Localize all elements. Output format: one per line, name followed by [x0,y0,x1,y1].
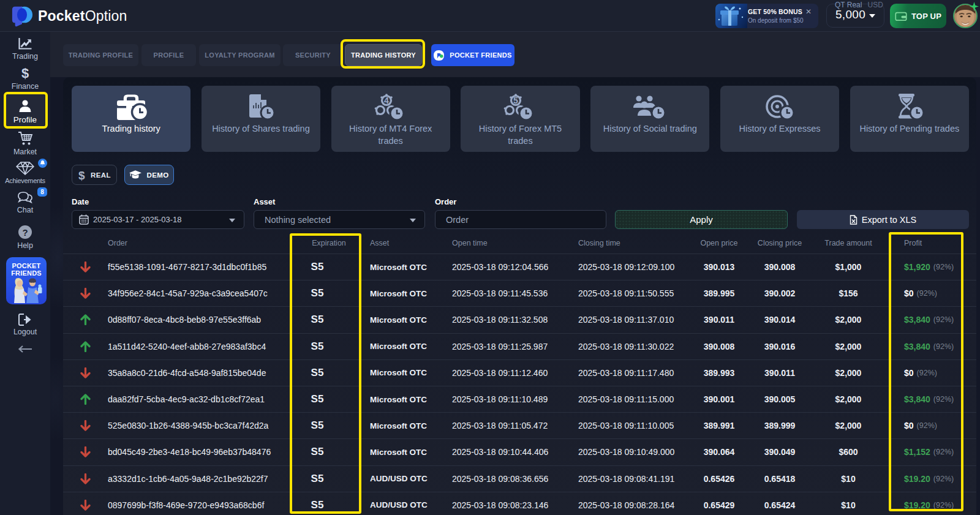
svg-text:$: $ [21,67,29,80]
svg-text:?: ? [22,227,28,238]
svg-text:$: $ [78,169,85,181]
svg-text:5: 5 [514,96,519,105]
svg-text:4: 4 [384,96,389,105]
